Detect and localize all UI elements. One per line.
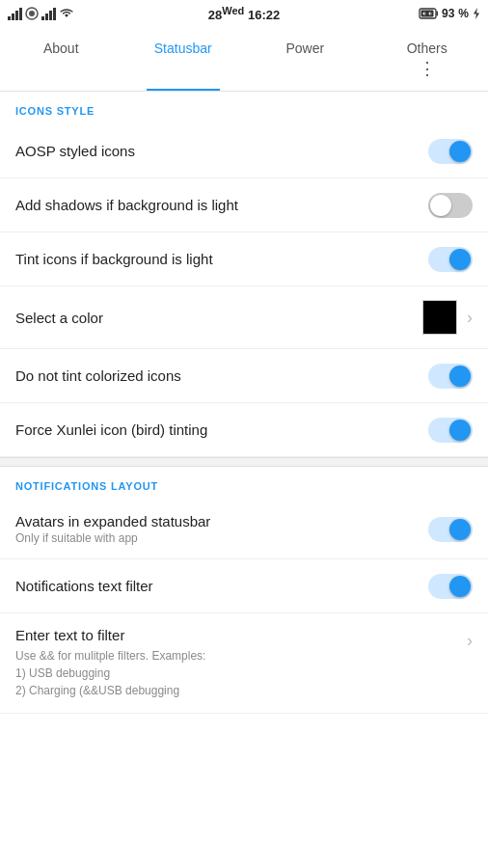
setting-avatars[interactable]: Avatars in expanded statusbar Only if su… (0, 500, 488, 559)
setting-do-not-tint[interactable]: Do not tint colorized icons (0, 349, 488, 403)
battery-percent: 93 (442, 7, 454, 20)
toggle-thumb (449, 249, 471, 270)
chevron-icon: › (467, 308, 473, 328)
tint-icons-toggle[interactable] (428, 247, 473, 272)
tint-icons-label: Tint icons if background is light (15, 251, 428, 267)
status-bar-time: 28Wed 16:22 (208, 5, 280, 22)
setting-notifications-filter[interactable]: Notifications text filter (0, 559, 488, 613)
enter-text-label: Enter text to filter (15, 627, 467, 643)
signal-icon (8, 7, 22, 20)
toggle-thumb (449, 576, 471, 597)
charging-icon (473, 7, 480, 20)
section-header-notifications: NOTIFICATIONS LAYOUT (0, 467, 488, 500)
tab-statusbar[interactable]: Statusbar (122, 27, 245, 91)
notifications-filter-toggle[interactable] (428, 574, 473, 599)
add-shadows-label: Add shadows if background is light (15, 197, 428, 213)
svg-rect-3 (436, 12, 438, 16)
enter-text-sublabel: Use && for mulitple filters. Examples: 1… (15, 647, 467, 699)
toggle-thumb (449, 141, 471, 162)
avatars-toggle[interactable] (428, 517, 473, 542)
avatars-label: Avatars in expanded statusbar (15, 513, 428, 529)
signal2-icon (41, 7, 56, 20)
force-xunlei-toggle[interactable] (428, 418, 473, 443)
avatars-sublabel: Only if suitable with app (15, 531, 428, 545)
setting-aosp-styled[interactable]: AOSP styled icons (0, 124, 488, 178)
tab-about[interactable]: About (0, 27, 122, 91)
enter-text-chevron-icon: › (467, 631, 473, 651)
svg-point-8 (430, 13, 431, 14)
aosp-styled-label: AOSP styled icons (15, 143, 428, 159)
add-shadows-toggle[interactable] (428, 193, 473, 218)
status-bar-left (8, 7, 74, 20)
setting-force-xunlei[interactable]: Force Xunlei icon (bird) tinting (0, 403, 488, 457)
extra-icon (25, 7, 39, 20)
svg-point-1 (29, 11, 35, 16)
status-bar-right: 93% (419, 7, 480, 20)
force-xunlei-label: Force Xunlei icon (bird) tinting (15, 421, 428, 438)
do-not-tint-toggle[interactable] (428, 364, 473, 389)
section-header-icons-style: ICONS STYLE (0, 92, 488, 124)
toggle-thumb (430, 195, 451, 216)
more-icon: ⋮ (366, 56, 489, 79)
select-color-label: Select a color (15, 310, 422, 326)
tab-others[interactable]: Others⋮ (366, 27, 489, 91)
setting-select-color[interactable]: Select a color › (0, 286, 488, 349)
toggle-thumb (449, 519, 471, 540)
svg-rect-4 (420, 11, 433, 17)
aosp-styled-toggle[interactable] (428, 139, 473, 164)
tab-bar: About Statusbar Power Others⋮ (0, 27, 488, 92)
setting-enter-text[interactable]: Enter text to filter Use && for mulitple… (0, 613, 488, 714)
status-bar: 28Wed 16:22 93% (0, 0, 488, 27)
toggle-thumb (449, 366, 471, 387)
do-not-tint-label: Do not tint colorized icons (15, 367, 428, 384)
wifi-icon (59, 7, 74, 20)
setting-tint-icons[interactable]: Tint icons if background is light (0, 232, 488, 286)
tab-power[interactable]: Power (244, 27, 366, 91)
battery-icon (419, 7, 438, 20)
color-swatch[interactable] (422, 300, 457, 335)
section-separator (0, 457, 488, 467)
setting-add-shadows[interactable]: Add shadows if background is light (0, 178, 488, 232)
toggle-thumb (449, 420, 471, 441)
svg-point-7 (424, 13, 425, 14)
notifications-filter-label: Notifications text filter (15, 578, 428, 594)
